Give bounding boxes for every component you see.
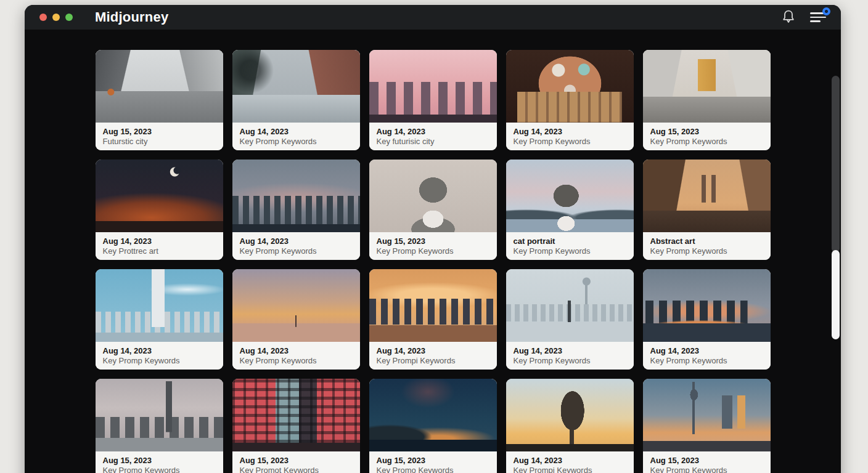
- card-caption: Aug 14, 2023 Key futurisic city: [369, 123, 497, 150]
- gallery-card[interactable]: Aug 14, 2023 Key Promp Keywords: [506, 50, 634, 150]
- card-image[interactable]: [643, 379, 771, 451]
- close-button[interactable]: [39, 14, 47, 21]
- gallery-card[interactable]: cat portrait Key Promp Keywords: [506, 160, 634, 260]
- gallery-card[interactable]: Aug 14, 2023 Key Promp Keywords: [232, 160, 360, 260]
- card-caption: Aug 14, 2023 Key Promp Keywords: [96, 342, 223, 370]
- gallery-card[interactable]: Aug 14, 2023 Key Prompi Keywords: [506, 379, 634, 473]
- gallery-card[interactable]: Aug 15, 2023 Key Promp Keywords: [643, 50, 771, 150]
- card-title: Aug 15, 2023: [650, 126, 763, 137]
- card-caption: Aug 15, 2023 Key Promp Keywords: [369, 232, 497, 260]
- card-subtitle: Key Promp Keywords: [650, 466, 763, 473]
- card-subtitle: Key Promo Keywords: [377, 466, 489, 473]
- card-image[interactable]: [369, 379, 497, 451]
- gallery-card[interactable]: Aug 15, 2023 Key Promo Keywords: [96, 379, 223, 473]
- gallery-card[interactable]: Aug 15, 2023 Key Promot Keywords: [232, 379, 360, 473]
- card-image[interactable]: [369, 269, 497, 342]
- card-subtitle: Key Prottrec art: [103, 246, 216, 256]
- card-title: Aug 14, 2023: [650, 346, 763, 356]
- card-title: Aug 15, 2023: [377, 455, 489, 466]
- header-actions: [782, 5, 826, 30]
- gallery-card[interactable]: Aug 14, 2023 Key Promp Keywords: [506, 269, 634, 370]
- gallery-card[interactable]: Aug 15, 2023 Key Promo Keywords: [369, 379, 497, 473]
- card-subtitle: Futurstic city: [103, 137, 216, 147]
- card-title: Aug 15, 2023: [650, 455, 763, 466]
- gallery: Aug 15, 2023 Futurstic city Aug 14, 2023…: [25, 50, 841, 473]
- card-title: Aug 14, 2023: [377, 346, 489, 356]
- gallery-card[interactable]: Aug 14, 2023 Key Promp Keywords: [232, 50, 360, 150]
- card-title: Aug 15, 2023: [103, 126, 216, 137]
- gallery-card[interactable]: Aug 14, 2023 Key Promp Keywords: [96, 269, 223, 370]
- card-title: Aug 14, 2023: [103, 346, 216, 356]
- card-caption: Aug 14, 2023 Key Prompi Keywords: [369, 342, 497, 370]
- card-subtitle: Key Promp Keywords: [240, 246, 353, 256]
- card-title: Aug 14, 2023: [240, 236, 353, 246]
- gallery-card[interactable]: Aug 15, 2023 Futurstic city: [96, 50, 223, 150]
- card-subtitle: Key Promp Keywords: [103, 356, 216, 366]
- card-image[interactable]: [506, 269, 634, 342]
- menu-button[interactable]: [810, 12, 826, 22]
- card-image[interactable]: [506, 160, 634, 232]
- app-window: Midjourney Aug 15, 2023 Futurstic city: [25, 5, 841, 473]
- scrollbar[interactable]: [832, 76, 840, 341]
- card-caption: Aug 15, 2023 Futurstic city: [96, 123, 223, 150]
- card-image[interactable]: [643, 50, 771, 123]
- card-image[interactable]: [369, 50, 497, 123]
- card-caption: Aug 15, 2023 Key Promp Keywords: [643, 123, 771, 150]
- card-image[interactable]: [643, 269, 771, 342]
- gallery-card[interactable]: Aug 14, 2023 Key futurisic city: [369, 50, 497, 150]
- card-image[interactable]: [232, 50, 360, 123]
- card-subtitle: Key Prompi Keywords: [377, 356, 489, 366]
- card-title: Abstract art: [650, 236, 763, 246]
- card-image[interactable]: [232, 269, 360, 342]
- bell-icon: [782, 9, 795, 26]
- gallery-grid: Aug 15, 2023 Futurstic city Aug 14, 2023…: [96, 50, 771, 473]
- scrollbar-track-segment[interactable]: [832, 76, 840, 253]
- notification-badge: [822, 7, 830, 15]
- card-caption: Aug 14, 2023 Key Promp Keywords: [232, 232, 360, 260]
- app-title: Midjourney: [95, 9, 168, 25]
- card-image[interactable]: [232, 160, 360, 232]
- gallery-card[interactable]: Aug 15, 2023 Key Promp Keywords: [369, 160, 497, 260]
- card-title: cat portrait: [514, 236, 626, 246]
- gallery-card[interactable]: Aug 14, 2023 Key Promp Keywords: [232, 269, 360, 370]
- card-image[interactable]: [96, 379, 223, 451]
- card-title: Aug 14, 2023: [240, 126, 353, 137]
- card-subtitle: Key Promp Keywords: [514, 356, 626, 366]
- card-image[interactable]: [506, 50, 634, 123]
- card-subtitle: Key Promp Keywords: [650, 356, 763, 366]
- gallery-card[interactable]: Aug 14, 2023 Key Promp Keywords: [643, 269, 771, 370]
- card-image[interactable]: [96, 50, 223, 123]
- card-subtitle: Key futurisic city: [377, 137, 489, 147]
- card-image[interactable]: [369, 160, 497, 232]
- window-controls: [39, 14, 73, 21]
- card-subtitle: Key Promp Keywords: [514, 137, 626, 147]
- card-image[interactable]: [96, 269, 223, 342]
- minimize-button[interactable]: [52, 14, 60, 21]
- card-subtitle: Key Promp Keywords: [377, 246, 489, 256]
- card-subtitle: Key Promp Keywords: [650, 246, 763, 256]
- card-title: Aug 15, 2023: [103, 455, 216, 466]
- card-title: Aug 15, 2023: [377, 236, 489, 246]
- card-caption: Aug 14, 2023 Key Promp Keywords: [506, 123, 634, 150]
- zoom-button[interactable]: [65, 14, 73, 21]
- card-caption: Aug 14, 2023 Key Prottrec art: [96, 232, 223, 260]
- card-image[interactable]: [643, 160, 771, 232]
- gallery-card[interactable]: Aug 14, 2023 Key Prompi Keywords: [369, 269, 497, 370]
- card-caption: Abstract art Key Promp Keywords: [643, 232, 771, 260]
- card-caption: Aug 14, 2023 Key Promp Keywords: [232, 342, 360, 370]
- gallery-card[interactable]: Abstract art Key Promp Keywords: [643, 160, 771, 260]
- card-caption: Aug 14, 2023 Key Promp Keywords: [232, 123, 360, 150]
- card-image[interactable]: [232, 379, 360, 451]
- card-subtitle: Key Promot Keywords: [240, 466, 353, 473]
- card-title: Aug 14, 2023: [240, 346, 353, 356]
- card-caption: Aug 14, 2023 Key Promp Keywords: [643, 342, 771, 370]
- notifications-button[interactable]: [782, 9, 795, 26]
- card-caption: Aug 14, 2023 Key Prompi Keywords: [506, 451, 634, 473]
- card-image[interactable]: [96, 160, 223, 232]
- card-caption: Aug 15, 2023 Key Promot Keywords: [232, 451, 360, 473]
- scrollbar-thumb[interactable]: [832, 250, 840, 339]
- card-image[interactable]: [506, 379, 634, 451]
- gallery-card[interactable]: Aug 14, 2023 Key Prottrec art: [96, 160, 223, 260]
- gallery-card[interactable]: Aug 15, 2023 Key Promp Keywords: [643, 379, 771, 473]
- card-title: Aug 14, 2023: [377, 126, 489, 137]
